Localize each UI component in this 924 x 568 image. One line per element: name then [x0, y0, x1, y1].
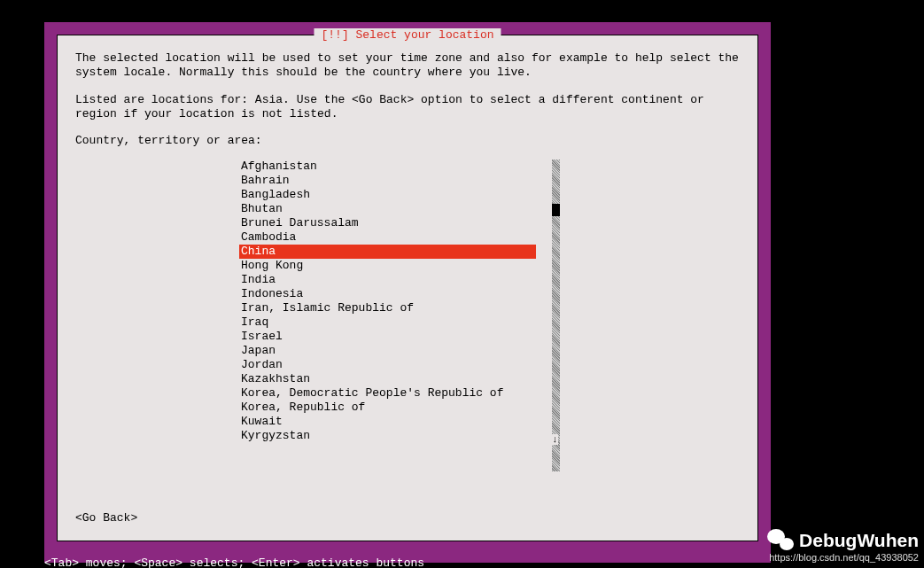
list-item[interactable]: Bhutan	[239, 202, 536, 216]
description-line-1: The selected location will be used to se…	[75, 51, 740, 81]
watermark-text: DebugWuhen	[799, 530, 919, 551]
scroll-down-icon[interactable]: ↓	[552, 434, 558, 445]
installer-frame: [!!] Select your location The selected l…	[44, 22, 771, 563]
list-item[interactable]: Japan	[239, 344, 536, 358]
list-item[interactable]: Kazakhstan	[239, 372, 536, 386]
list-item[interactable]: China	[239, 245, 536, 259]
go-back-button[interactable]: <Go Back>	[75, 511, 137, 525]
list-item[interactable]: Jordan	[239, 358, 536, 372]
scrollbar-thumb[interactable]	[552, 204, 560, 216]
list-item[interactable]: Kuwait	[239, 415, 536, 429]
location-list[interactable]: AfghanistanBahrainBangladeshBhutanBrunei…	[239, 160, 536, 443]
list-item[interactable]: Cambodia	[239, 230, 536, 245]
list-item[interactable]: Hong Kong	[239, 259, 536, 273]
location-dialog: [!!] Select your location The selected l…	[57, 35, 758, 541]
list-item[interactable]: India	[239, 273, 536, 287]
watermark-name: DebugWuhen	[767, 529, 919, 552]
list-item[interactable]: Brunei Darussalam	[239, 216, 536, 230]
list-item[interactable]: Iran, Islamic Republic of	[239, 301, 536, 315]
dialog-title: [!!] Select your location	[314, 28, 501, 42]
list-item[interactable]: Israel	[239, 330, 536, 344]
list-item[interactable]: Kyrgyzstan	[239, 429, 536, 443]
list-item[interactable]: Afghanistan	[239, 160, 536, 174]
list-item[interactable]: Korea, Republic of	[239, 401, 536, 415]
watermark-url: https://blog.csdn.net/qq_43938052	[767, 552, 919, 563]
footer-hint: <Tab> moves; <Space> selects; <Enter> ac…	[44, 556, 424, 568]
list-label: Country, territory or area:	[75, 134, 740, 147]
list-item[interactable]: Iraq	[239, 315, 536, 330]
location-list-area: AfghanistanBahrainBangladeshBhutanBrunei…	[75, 160, 740, 443]
list-item[interactable]: Korea, Democratic People's Republic of	[239, 386, 536, 401]
list-item[interactable]: Bahrain	[239, 174, 536, 188]
watermark: DebugWuhen https://blog.csdn.net/qq_4393…	[767, 529, 919, 563]
description-line-2: Listed are locations for: Asia. Use the …	[75, 93, 740, 122]
list-item[interactable]: Indonesia	[239, 287, 536, 301]
list-item[interactable]: Bangladesh	[239, 188, 536, 202]
dialog-description: The selected location will be used to se…	[75, 51, 740, 121]
wechat-icon	[767, 529, 794, 552]
